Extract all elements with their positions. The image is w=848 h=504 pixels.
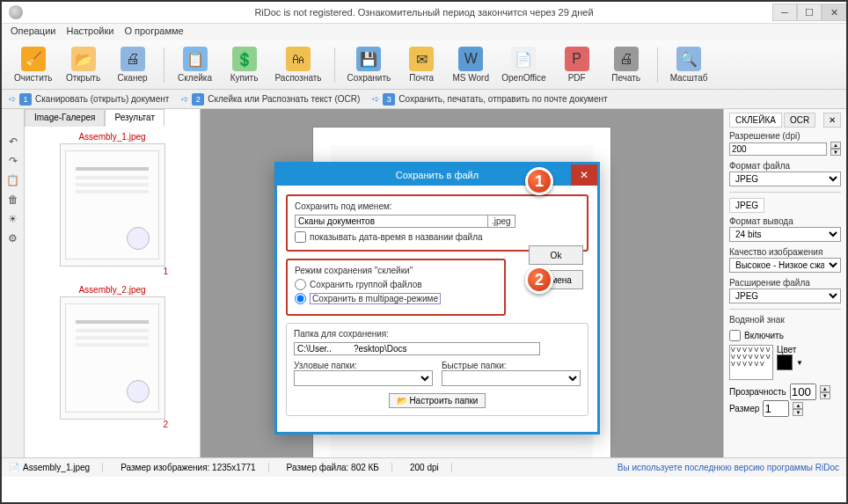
toolbar-распознать[interactable]: 🗛Распознать xyxy=(272,45,325,84)
qual-select[interactable]: Высокое - Низкое сжа xyxy=(729,258,841,273)
thumbnail[interactable]: Assembly_2.jpeg2 xyxy=(30,285,194,429)
toolbar-сканер[interactable]: 🖨Сканер xyxy=(111,45,155,84)
show-date-checkbox[interactable] xyxy=(295,231,306,243)
gallery-panel: Image-Галерея Результат Assembly_1.jpeg1… xyxy=(25,109,201,457)
save-multipage-label: Сохранить в multipage-режиме xyxy=(310,293,441,304)
res-input[interactable] xyxy=(729,142,827,156)
filename-input[interactable] xyxy=(295,215,488,228)
wm-size-label: Размер xyxy=(729,404,759,413)
statusbar: 📄Assembly_1.jpeg Размер изображения: 123… xyxy=(2,457,846,477)
app-icon xyxy=(9,5,23,19)
wm-color-swatch[interactable] xyxy=(777,354,793,370)
toolbar-openoffice[interactable]: 📄OpenOffice xyxy=(498,45,549,84)
status-page-icon: 📄 xyxy=(9,463,19,472)
res-label: Разрешение (dpi) xyxy=(729,131,841,141)
annotation-badge-2: 2 xyxy=(525,266,553,294)
folder-group: Папка для сохранения: Узловые папки: Быс… xyxy=(286,323,588,416)
nodes-select[interactable] xyxy=(294,370,433,386)
nodes-label: Узловые папки: xyxy=(294,361,357,370)
stepbar: ➪1Сканировать (открыть) документ ➪2Склей… xyxy=(2,90,846,109)
out-select[interactable]: 24 bits xyxy=(729,227,841,242)
fmt-select[interactable]: JPEG xyxy=(729,172,841,186)
status-version-link[interactable]: Вы используете последнюю версию программ… xyxy=(618,463,839,472)
rtab-jpeg[interactable]: JPEG xyxy=(729,198,764,213)
save-group-radio[interactable] xyxy=(295,279,306,290)
tab-result[interactable]: Результат xyxy=(105,109,164,127)
fast-label: Быстрые папки: xyxy=(442,361,507,370)
wm-color-label: Цвет xyxy=(777,345,796,354)
rail-rotate-right-icon[interactable]: ↷ xyxy=(9,155,18,167)
toolbar-ms word[interactable]: WMS Word xyxy=(449,45,493,84)
wm-enable-label: Включить xyxy=(744,331,784,340)
save-group-label: Сохранить группой файлов xyxy=(310,280,422,289)
folder-input[interactable] xyxy=(294,342,540,355)
right-panel: СКЛЕЙКА OCR ✕ Разрешение (dpi) ▲▼ Формат… xyxy=(723,109,846,457)
rtab-skleyka[interactable]: СКЛЕЙКА xyxy=(729,113,782,128)
wm-trans-label: Прозрачность xyxy=(729,387,786,397)
fast-select[interactable] xyxy=(442,370,581,386)
ext-select[interactable]: JPEG xyxy=(729,289,841,303)
toolbar-почта[interactable]: ✉Почта xyxy=(399,45,443,84)
save-mode-label: Режим сохранения "склейки" xyxy=(295,266,497,275)
rail-settings-icon[interactable]: ⚙ xyxy=(8,232,18,245)
toolbar-сохранить[interactable]: 💾Сохранить xyxy=(344,45,395,84)
status-dims: Размер изображения: 1235x1771 xyxy=(121,463,268,472)
qual-label: Качество изображения xyxy=(729,247,841,257)
save-dialog: Сохранить в файл ✕ Сохранить под именем:… xyxy=(274,162,600,435)
save-multipage-radio[interactable] xyxy=(295,293,306,304)
rail-delete-icon[interactable]: 🗑 xyxy=(8,194,18,206)
filename-group: Сохранить под именем: .jpeg показывать д… xyxy=(286,194,588,252)
configure-folders-button[interactable]: 📂 Настроить папки xyxy=(389,393,486,408)
rail-rotate-left-icon[interactable]: ↶ xyxy=(9,135,18,148)
dialog-close-button[interactable]: ✕ xyxy=(571,164,597,186)
step-1-text: Сканировать (открыть) документ xyxy=(35,94,169,104)
filename-label: Сохранить под именем: xyxy=(295,201,580,211)
window-title: RiDoc is not registered. Ознакомительный… xyxy=(254,7,593,18)
fmt-label: Формат файла xyxy=(729,161,841,171)
toolbar-склейка[interactable]: 📋Склейка xyxy=(173,45,217,84)
menubar: Операции Настройки О программе xyxy=(2,23,846,40)
wm-label: Водяной знак xyxy=(729,315,841,325)
step-3-text: Сохранить, печатать, отправить по почте … xyxy=(398,94,607,104)
thumbnail[interactable]: Assembly_1.jpeg1 xyxy=(30,132,194,276)
close-button[interactable]: ✕ xyxy=(822,4,846,21)
rail-copy-icon[interactable]: 📋 xyxy=(6,174,19,186)
titlebar: RiDoc is not registered. Ознакомительный… xyxy=(2,2,846,23)
rtab-ocr[interactable]: OCR xyxy=(784,113,815,128)
annotation-badge-1: 1 xyxy=(525,167,553,195)
save-mode-group: Режим сохранения "склейки" Сохранить гру… xyxy=(286,259,506,316)
toolbar-очистить[interactable]: 🧹Очистить xyxy=(11,45,56,84)
left-rail: ↶ ↷ 📋 🗑 ☀ ⚙ xyxy=(2,109,25,457)
filename-ext: .jpeg xyxy=(488,215,515,228)
toolbar-pdf[interactable]: PPDF xyxy=(555,45,599,84)
toolbar-печать[interactable]: 🖨Печать xyxy=(604,45,648,84)
step-2-text: Склейка или Распознать текст (OCR) xyxy=(208,94,360,104)
status-size: Размер файла: 802 КБ xyxy=(287,463,392,472)
ok-button[interactable]: Ok xyxy=(529,245,583,265)
out-label: Формат вывода xyxy=(729,216,841,226)
status-dpi: 200 dpi xyxy=(410,463,452,472)
wm-enable-checkbox[interactable] xyxy=(729,330,741,341)
menu-about[interactable]: О программе xyxy=(124,26,183,39)
wm-trans-input[interactable] xyxy=(790,383,816,400)
toolbar-купить[interactable]: 💲Купить xyxy=(223,45,267,84)
toolbar-масштаб[interactable]: 🔍Масштаб xyxy=(667,45,712,84)
wm-pattern[interactable]: V V V V V V V V V V V V V V V V V V V V xyxy=(729,345,773,380)
menu-settings[interactable]: Настройки xyxy=(66,26,113,39)
toolbar-открыть[interactable]: 📂Открыть xyxy=(62,45,106,84)
maximize-button[interactable]: ☐ xyxy=(797,4,822,21)
folder-label: Папка для сохранения: xyxy=(294,329,581,339)
rail-brightness-icon[interactable]: ☀ xyxy=(8,213,18,225)
ext-label: Расширение файла xyxy=(729,278,841,288)
status-file: Assembly_1.jpeg xyxy=(23,463,90,472)
minimize-button[interactable]: ─ xyxy=(772,4,797,21)
tab-image-gallery[interactable]: Image-Галерея xyxy=(25,109,105,127)
menu-operations[interactable]: Операции xyxy=(11,26,55,39)
wm-size-input[interactable] xyxy=(763,400,789,417)
show-date-label: показывать дата-время в названии файла xyxy=(310,232,483,242)
rtab-close-icon[interactable]: ✕ xyxy=(823,113,841,128)
toolbar: 🧹Очистить📂Открыть🖨Сканер📋Склейка💲Купить🗛… xyxy=(2,40,846,90)
